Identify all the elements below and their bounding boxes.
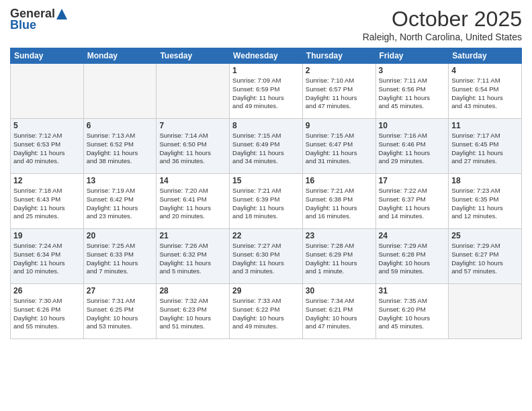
cell-info-text: Sunrise: 7:30 AMSunset: 6:26 PMDaylight:… — [13, 297, 81, 331]
calendar-cell: 12Sunrise: 7:18 AMSunset: 6:43 PMDayligh… — [11, 174, 84, 229]
week-row-2: 12Sunrise: 7:18 AMSunset: 6:43 PMDayligh… — [11, 174, 522, 229]
cell-info-text: Sunrise: 7:10 AMSunset: 6:57 PMDaylight:… — [306, 77, 373, 111]
calendar-cell: 22Sunrise: 7:27 AMSunset: 6:30 PMDayligh… — [230, 229, 303, 284]
cell-info-text: Sunrise: 7:13 AMSunset: 6:52 PMDaylight:… — [87, 132, 154, 166]
cell-info-text: Sunrise: 7:11 AMSunset: 6:54 PMDaylight:… — [451, 77, 519, 111]
calendar-cell: 4Sunrise: 7:11 AMSunset: 6:54 PMDaylight… — [449, 64, 522, 119]
cell-info-text: Sunrise: 7:21 AMSunset: 6:38 PMDaylight:… — [306, 187, 373, 221]
calendar-cell — [11, 64, 84, 119]
week-row-3: 19Sunrise: 7:24 AMSunset: 6:34 PMDayligh… — [11, 229, 522, 284]
calendar-cell: 31Sunrise: 7:35 AMSunset: 6:20 PMDayligh… — [375, 284, 449, 339]
calendar-cell: 8Sunrise: 7:15 AMSunset: 6:49 PMDaylight… — [230, 119, 303, 174]
calendar-cell: 3Sunrise: 7:11 AMSunset: 6:56 PMDaylight… — [375, 64, 449, 119]
cell-info-text: Sunrise: 7:18 AMSunset: 6:43 PMDaylight:… — [13, 187, 81, 221]
cell-info-text: Sunrise: 7:29 AMSunset: 6:28 PMDaylight:… — [379, 242, 446, 276]
cell-info-text: Sunrise: 7:15 AMSunset: 6:49 PMDaylight:… — [232, 132, 300, 166]
cell-date-number: 15 — [232, 176, 300, 185]
cell-info-text: Sunrise: 7:15 AMSunset: 6:47 PMDaylight:… — [306, 132, 373, 166]
day-header-friday: Friday — [375, 48, 449, 64]
calendar-cell: 17Sunrise: 7:22 AMSunset: 6:37 PMDayligh… — [375, 174, 449, 229]
cell-date-number: 11 — [451, 121, 519, 130]
calendar-cell: 28Sunrise: 7:32 AMSunset: 6:23 PMDayligh… — [157, 284, 230, 339]
calendar-cell: 9Sunrise: 7:15 AMSunset: 6:47 PMDaylight… — [302, 119, 375, 174]
calendar-cell: 14Sunrise: 7:20 AMSunset: 6:41 PMDayligh… — [157, 174, 230, 229]
calendar-cell: 20Sunrise: 7:25 AMSunset: 6:33 PMDayligh… — [83, 229, 157, 284]
cell-date-number: 3 — [379, 66, 446, 75]
cell-date-number: 31 — [379, 286, 446, 295]
calendar-cell: 18Sunrise: 7:23 AMSunset: 6:35 PMDayligh… — [449, 174, 522, 229]
cell-date-number: 25 — [451, 231, 519, 240]
day-header-monday: Monday — [83, 48, 157, 64]
cell-date-number: 5 — [13, 121, 81, 130]
cell-date-number: 6 — [87, 121, 154, 130]
cell-info-text: Sunrise: 7:28 AMSunset: 6:29 PMDaylight:… — [306, 242, 373, 276]
cell-date-number: 29 — [232, 286, 300, 295]
cell-date-number: 17 — [379, 176, 446, 185]
calendar-cell: 24Sunrise: 7:29 AMSunset: 6:28 PMDayligh… — [375, 229, 449, 284]
week-row-0: 1Sunrise: 7:09 AMSunset: 6:59 PMDaylight… — [11, 64, 522, 119]
logo: General Blue — [10, 7, 69, 32]
calendar-cell: 26Sunrise: 7:30 AMSunset: 6:26 PMDayligh… — [11, 284, 84, 339]
logo-blue-text: Blue — [10, 18, 36, 32]
cell-info-text: Sunrise: 7:19 AMSunset: 6:42 PMDaylight:… — [87, 187, 154, 221]
cell-date-number: 23 — [306, 231, 373, 240]
calendar-cell: 13Sunrise: 7:19 AMSunset: 6:42 PMDayligh… — [83, 174, 157, 229]
logo-icon — [56, 8, 68, 20]
title-area: October 2025 Raleigh, North Carolina, Un… — [363, 7, 522, 42]
cell-info-text: Sunrise: 7:14 AMSunset: 6:50 PMDaylight:… — [159, 132, 226, 166]
cell-date-number: 1 — [232, 66, 300, 75]
cell-info-text: Sunrise: 7:31 AMSunset: 6:25 PMDaylight:… — [87, 297, 154, 331]
cell-info-text: Sunrise: 7:25 AMSunset: 6:33 PMDaylight:… — [87, 242, 154, 276]
calendar-cell: 21Sunrise: 7:26 AMSunset: 6:32 PMDayligh… — [157, 229, 230, 284]
week-row-1: 5Sunrise: 7:12 AMSunset: 6:53 PMDaylight… — [11, 119, 522, 174]
cell-date-number: 30 — [306, 286, 373, 295]
cell-info-text: Sunrise: 7:22 AMSunset: 6:37 PMDaylight:… — [379, 187, 446, 221]
calendar-cell: 1Sunrise: 7:09 AMSunset: 6:59 PMDaylight… — [230, 64, 303, 119]
cell-info-text: Sunrise: 7:33 AMSunset: 6:22 PMDaylight:… — [232, 297, 300, 331]
calendar-cell: 10Sunrise: 7:16 AMSunset: 6:46 PMDayligh… — [375, 119, 449, 174]
cell-date-number: 8 — [232, 121, 300, 130]
day-header-tuesday: Tuesday — [157, 48, 230, 64]
cell-date-number: 22 — [232, 231, 300, 240]
month-title: October 2025 — [363, 7, 522, 32]
cell-info-text: Sunrise: 7:12 AMSunset: 6:53 PMDaylight:… — [13, 132, 81, 166]
cell-date-number: 2 — [306, 66, 373, 75]
calendar-cell — [83, 64, 157, 119]
cell-date-number: 12 — [13, 176, 81, 185]
cell-info-text: Sunrise: 7:29 AMSunset: 6:27 PMDaylight:… — [451, 242, 519, 276]
cell-date-number: 16 — [306, 176, 373, 185]
day-header-saturday: Saturday — [449, 48, 522, 64]
calendar-table: SundayMondayTuesdayWednesdayThursdayFrid… — [10, 48, 522, 339]
cell-info-text: Sunrise: 7:32 AMSunset: 6:23 PMDaylight:… — [159, 297, 226, 331]
day-header-sunday: Sunday — [11, 48, 84, 64]
cell-date-number: 26 — [13, 286, 81, 295]
page: General Blue October 2025 Raleigh, North… — [0, 0, 532, 411]
cell-date-number: 10 — [379, 121, 446, 130]
cell-info-text: Sunrise: 7:24 AMSunset: 6:34 PMDaylight:… — [13, 242, 81, 276]
cell-info-text: Sunrise: 7:27 AMSunset: 6:30 PMDaylight:… — [232, 242, 300, 276]
day-header-thursday: Thursday — [302, 48, 375, 64]
cell-date-number: 21 — [159, 231, 226, 240]
cell-date-number: 13 — [87, 176, 154, 185]
day-header-wednesday: Wednesday — [230, 48, 303, 64]
calendar-cell: 11Sunrise: 7:17 AMSunset: 6:45 PMDayligh… — [449, 119, 522, 174]
calendar-cell: 30Sunrise: 7:34 AMSunset: 6:21 PMDayligh… — [302, 284, 375, 339]
cell-info-text: Sunrise: 7:23 AMSunset: 6:35 PMDaylight:… — [451, 187, 519, 221]
week-row-4: 26Sunrise: 7:30 AMSunset: 6:26 PMDayligh… — [11, 284, 522, 339]
cell-info-text: Sunrise: 7:17 AMSunset: 6:45 PMDaylight:… — [451, 132, 519, 166]
cell-info-text: Sunrise: 7:35 AMSunset: 6:20 PMDaylight:… — [379, 297, 446, 331]
calendar-cell: 16Sunrise: 7:21 AMSunset: 6:38 PMDayligh… — [302, 174, 375, 229]
cell-info-text: Sunrise: 7:11 AMSunset: 6:56 PMDaylight:… — [379, 77, 446, 111]
calendar-cell: 15Sunrise: 7:21 AMSunset: 6:39 PMDayligh… — [230, 174, 303, 229]
cell-info-text: Sunrise: 7:26 AMSunset: 6:32 PMDaylight:… — [159, 242, 226, 276]
cell-info-text: Sunrise: 7:34 AMSunset: 6:21 PMDaylight:… — [306, 297, 373, 331]
cell-info-text: Sunrise: 7:09 AMSunset: 6:59 PMDaylight:… — [232, 77, 300, 111]
calendar-cell: 6Sunrise: 7:13 AMSunset: 6:52 PMDaylight… — [83, 119, 157, 174]
calendar-cell: 7Sunrise: 7:14 AMSunset: 6:50 PMDaylight… — [157, 119, 230, 174]
cell-date-number: 9 — [306, 121, 373, 130]
header: General Blue October 2025 Raleigh, North… — [10, 7, 522, 42]
cell-date-number: 14 — [159, 176, 226, 185]
calendar-cell: 2Sunrise: 7:10 AMSunset: 6:57 PMDaylight… — [302, 64, 375, 119]
cell-info-text: Sunrise: 7:20 AMSunset: 6:41 PMDaylight:… — [159, 187, 226, 221]
calendar-cell: 23Sunrise: 7:28 AMSunset: 6:29 PMDayligh… — [302, 229, 375, 284]
